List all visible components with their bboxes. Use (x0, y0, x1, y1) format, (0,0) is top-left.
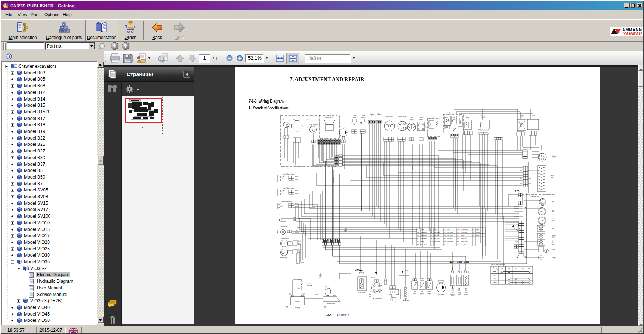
svg-text:Quick: Quick (428, 291, 431, 292)
svg-text:M4-B: M4-B (296, 230, 298, 231)
svg-text:Wiper switch: Wiper switch (385, 116, 393, 117)
svg-text:RY: RY (444, 232, 445, 233)
svg-text:box: box (551, 177, 553, 178)
svg-text:LB: LB (431, 238, 432, 239)
svg-text:Heater: Heater (429, 121, 432, 123)
svg-text:SAE-YR: SAE-YR (335, 166, 338, 167)
svg-text:Washer pump: Washer pump (339, 126, 348, 128)
svg-text:B-R: B-R (303, 293, 305, 295)
svg-text:11: 11 (523, 256, 526, 259)
svg-text:M4YR: M4YR (519, 157, 522, 158)
svg-text:M4-YG: M4-YG (298, 249, 301, 251)
svg-text:Blue Red: Blue Red (434, 235, 439, 236)
svg-text:Blue: Blue (289, 293, 291, 295)
svg-text:N.C.: N.C. (458, 289, 461, 291)
svg-text:Br: Br (473, 235, 474, 236)
svg-text:Cabin: Cabin (307, 119, 311, 121)
svg-text:switch: switch (361, 117, 365, 118)
svg-text:pressure: pressure (450, 293, 455, 295)
svg-text:M4YR: M4YR (332, 239, 333, 242)
svg-text:W: W (546, 250, 547, 252)
svg-text:(Cooler: (Cooler (370, 113, 375, 115)
svg-text:14: 14 (523, 206, 526, 209)
svg-text:BR: BR (457, 238, 459, 239)
svg-text:SAE-WG: SAE-WG (371, 277, 375, 279)
svg-text:R: R (444, 229, 445, 230)
svg-text:Timer: Timer (532, 115, 535, 116)
svg-text:AWSB: AWSB (315, 294, 318, 296)
svg-text:Black White: Black White (461, 241, 468, 242)
svg-text:switch: switch (552, 157, 556, 159)
svg-text:Y: Y (417, 229, 418, 230)
svg-text:Blue Black: Blue Black (434, 238, 440, 239)
svg-text:relay: relay (466, 117, 469, 119)
svg-text:A: A (346, 228, 347, 229)
svg-text:Oil: Oil (452, 292, 453, 293)
svg-text:14A: 14A (457, 260, 462, 263)
svg-text:Fuel pump: Fuel pump (438, 294, 444, 295)
svg-text:M4YB: M4YB (520, 175, 522, 176)
svg-text:M4YR: M4YR (515, 234, 518, 235)
svg-text:Gray: Gray (476, 229, 479, 230)
svg-text:Horn: Horn (279, 214, 282, 216)
svg-text:Safety: Safety (481, 115, 485, 117)
svg-text:WM: WM (298, 288, 300, 289)
svg-text:Timer: Timer (520, 115, 524, 116)
svg-text:YR: YR (417, 235, 419, 236)
svg-text:SAE-YR: SAE-YR (335, 157, 338, 158)
svg-text:M4YR: M4YR (339, 239, 340, 242)
svg-text:G: G (444, 244, 445, 246)
svg-text:GW: GW (457, 229, 459, 230)
svg-text:47201023: 47201023 (337, 314, 348, 316)
svg-text:Battery: Battery (295, 307, 300, 309)
svg-text:50: 50 (522, 268, 523, 269)
svg-text:M4R: M4R (379, 283, 381, 286)
svg-text:condenser): condenser) (369, 115, 376, 117)
svg-text:Cutoff: Cutoff (361, 115, 365, 116)
svg-text:N.C.: N.C. (369, 296, 371, 297)
svg-text:M4YB: M4YB (520, 183, 522, 184)
svg-text:M4YR: M4YR (528, 152, 531, 154)
svg-text:Travel alarm: Travel alarm (280, 226, 288, 228)
svg-text:4: 4 (512, 225, 514, 228)
svg-text:Young Leaves: Young Leaves (434, 244, 441, 246)
svg-text:RB: RB (444, 238, 445, 239)
svg-text:Green White: Green White (461, 229, 468, 230)
svg-text:White Black: White Black (421, 244, 427, 246)
svg-text:Orange: Orange (476, 232, 480, 233)
svg-text:M4YB: M4YB (528, 168, 531, 169)
svg-text:BW: BW (457, 241, 459, 242)
svg-text:SAE-YR: SAE-YR (335, 163, 338, 164)
svg-text:Lamp: Lamp (552, 228, 554, 229)
svg-text:M4YR: M4YR (519, 150, 522, 151)
svg-text:RG: RG (444, 241, 446, 242)
svg-text:solenoid: solenoid (391, 301, 396, 303)
svg-text:M4YR: M4YR (325, 239, 326, 242)
svg-text:YL: YL (417, 238, 419, 239)
svg-text:15A: 15A (464, 260, 469, 263)
svg-text:Air heater: Air heater (403, 300, 409, 302)
svg-text:WB: WB (417, 244, 419, 246)
svg-text:LG: LG (431, 241, 433, 242)
svg-text:M4-YB: M4-YB (295, 179, 299, 180)
svg-text:M4YB: M4YB (520, 178, 522, 179)
svg-text:Green: Green (447, 244, 451, 246)
svg-text:relay: relay (520, 116, 523, 118)
svg-text:Heater switch: Heater switch (398, 116, 406, 117)
svg-text:M4YR: M4YR (515, 236, 518, 238)
svg-text:ON: ON (494, 278, 496, 280)
svg-text:OFF: OFF (493, 275, 496, 276)
svg-text:Engine stop: Engine stop (390, 299, 398, 301)
svg-text:Starter motor: Starter motor (327, 303, 335, 305)
svg-text:Temp.: Temp. (458, 292, 461, 293)
svg-text:checker: checker (539, 250, 543, 251)
svg-text:22B: 22B (515, 190, 520, 193)
svg-text:M4B: M4B (515, 203, 517, 204)
svg-text:Yellow Blue: Yellow Blue (421, 238, 427, 239)
svg-text:M4YR: M4YR (515, 227, 518, 228)
svg-text:Gr: Gr (473, 229, 474, 230)
svg-text:13A: 13A (450, 260, 455, 263)
svg-text:Buzzer: Buzzer (552, 249, 556, 250)
svg-text:M4YB: M4YB (520, 168, 522, 169)
svg-text:1B: 1B (501, 268, 503, 269)
